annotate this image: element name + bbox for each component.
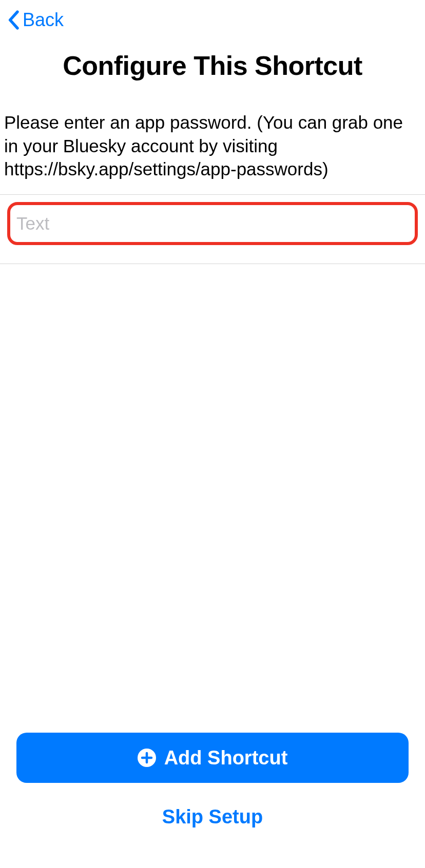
plus-circle-icon (138, 749, 156, 767)
nav-bar: Back (0, 0, 425, 32)
instruction-text: Please enter an app password. (You can g… (0, 111, 425, 181)
back-label: Back (23, 9, 64, 31)
input-highlight-box (7, 202, 418, 245)
back-button[interactable]: Back (7, 9, 64, 31)
add-shortcut-label: Add Shortcut (164, 747, 288, 769)
app-password-input[interactable] (16, 213, 409, 234)
spacer (0, 264, 425, 733)
add-shortcut-button[interactable]: Add Shortcut (16, 733, 409, 783)
chevron-left-icon (7, 10, 20, 30)
page-title: Configure This Shortcut (0, 50, 425, 81)
footer: Add Shortcut Skip Setup (0, 733, 425, 868)
input-section (0, 194, 425, 264)
skip-setup-button[interactable]: Skip Setup (16, 796, 409, 837)
